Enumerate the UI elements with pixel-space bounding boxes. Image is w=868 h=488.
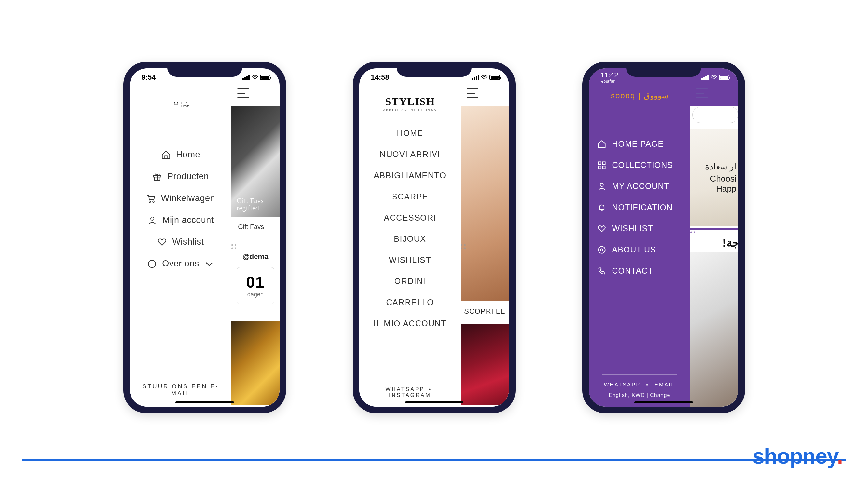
hero-overlay-text: Gift Favs regifted xyxy=(237,197,274,212)
nav-drawer: HEYLOVE Home Producten xyxy=(130,87,232,407)
hamburger-icon xyxy=(467,89,478,98)
nav-home[interactable]: HOME PAGE xyxy=(597,139,682,149)
nav-about[interactable]: ABOUT US xyxy=(597,245,682,254)
drag-handle-icon[interactable] xyxy=(461,244,466,249)
nav-cart[interactable]: Winkelwagen xyxy=(146,193,215,203)
content-peek: Gift Favs regifted Gift Favs @dema 01 da… xyxy=(231,87,279,407)
footer-instagram-link[interactable]: INSTAGRAM xyxy=(389,392,431,398)
drag-handle-icon[interactable] xyxy=(690,228,695,233)
home-indicator[interactable] xyxy=(634,401,693,403)
social-handle: @dema xyxy=(243,253,268,261)
nav-home[interactable]: Home xyxy=(161,150,200,160)
bell-icon xyxy=(597,203,606,212)
footer-whatsapp-link[interactable]: WHATSAPP xyxy=(386,387,425,392)
status-time: 14:58 xyxy=(368,73,389,82)
nav-wishlist[interactable]: Wishlist xyxy=(157,237,204,247)
svg-text:HEY: HEY xyxy=(181,101,187,105)
cart-icon xyxy=(146,194,156,203)
hero-image[interactable] xyxy=(461,106,509,301)
nav-collections[interactable]: COLLECTIONS xyxy=(597,160,682,170)
user-icon xyxy=(597,182,606,191)
nav-drawer: STYLISH ABBIGLIAMENTO DONNA HOME NUOVI A… xyxy=(359,87,461,407)
phone-mockup-3: 11:42 ◂ Safari soooq | سوووق xyxy=(582,62,745,413)
brand-name: STYLISH xyxy=(383,96,437,108)
hero-banner[interactable]: ار سعادة Choosi Happ xyxy=(690,129,738,226)
nav-label: Over ons xyxy=(162,259,199,269)
product-image[interactable] xyxy=(690,253,738,407)
locale-switcher[interactable]: English, KWD | Change xyxy=(597,392,682,398)
drag-handle-icon[interactable] xyxy=(231,244,236,249)
brand-logo: HEYLOVE xyxy=(138,100,224,110)
hero-image[interactable]: Gift Favs regifted xyxy=(231,106,279,217)
phone-icon xyxy=(597,266,606,275)
nav-label: Home xyxy=(176,150,200,160)
nav-label: COLLECTIONS xyxy=(612,160,673,170)
search-input[interactable] xyxy=(692,107,738,123)
nav-orders[interactable]: ORDINI xyxy=(395,276,426,286)
nav-notification[interactable]: NOTIFICATION xyxy=(597,203,682,212)
section-title-ar: !جة xyxy=(722,236,738,249)
battery-icon xyxy=(719,75,730,80)
svg-point-11 xyxy=(598,246,605,253)
nav-wishlist[interactable]: WISHLIST xyxy=(389,255,431,265)
svg-point-2 xyxy=(149,201,151,202)
footer-whatsapp-link[interactable]: WHATSAPP xyxy=(604,382,640,388)
product-image[interactable] xyxy=(231,321,279,405)
nav-drawer: soooq | سوووق HOME PAGE COLLECTIONS xyxy=(589,87,691,407)
hero-text-ar: ار سعادة xyxy=(705,162,736,172)
nav-accessories[interactable]: ACCESSORI xyxy=(384,213,436,223)
nav-contact[interactable]: CONTACT xyxy=(597,266,682,275)
battery-icon xyxy=(490,75,500,80)
menu-button[interactable] xyxy=(237,89,249,98)
nav-shoes[interactable]: SCARPE xyxy=(392,192,428,201)
phone-mockup-1: 9:54 HEYLOVE xyxy=(123,62,286,413)
nav-wishlist[interactable]: WISHLIST xyxy=(597,224,682,233)
signal-icon xyxy=(243,75,250,80)
footer-email-link[interactable]: EMAIL xyxy=(654,382,675,388)
nav-account[interactable]: Mijn account xyxy=(148,215,214,225)
brand-tagline: ABBIGLIAMENTO DONNA xyxy=(383,108,437,111)
nav-home[interactable]: HOME xyxy=(397,129,423,138)
phone-mockup-2: 14:58 STYLISH ABBIGLIAMENTO DONNA xyxy=(353,62,516,413)
menu-button[interactable] xyxy=(696,89,708,98)
bullet-icon: • xyxy=(646,382,649,388)
back-to-app[interactable]: ◂ Safari xyxy=(600,79,616,84)
svg-rect-6 xyxy=(598,162,601,164)
countdown-tile: 01 dagen xyxy=(237,267,274,304)
status-time: 11:42 xyxy=(600,71,618,79)
home-indicator[interactable] xyxy=(405,401,463,403)
brand-logo: soooq | سوووق xyxy=(597,91,682,100)
nav-account[interactable]: IL MIO ACCOUNT xyxy=(374,319,446,328)
nav-jewelry[interactable]: BIJOUX xyxy=(394,234,426,244)
nav-label: Mijn account xyxy=(162,215,214,225)
menu-button[interactable] xyxy=(467,89,478,98)
section-divider xyxy=(690,228,738,230)
drawer-footer: STUUR ONS EEN E-MAIL xyxy=(138,374,224,397)
nav-label: HOME PAGE xyxy=(612,139,664,149)
hero-text-en-2: Happ xyxy=(716,184,736,194)
drawer-footer: WHATSAPP • INSTAGRAM xyxy=(365,378,455,398)
nav-about[interactable]: Over ons xyxy=(147,259,214,269)
nav-cart[interactable]: CARRELLO xyxy=(386,298,434,307)
product-image[interactable] xyxy=(461,324,509,405)
home-indicator[interactable] xyxy=(176,401,234,403)
svg-text:LOVE: LOVE xyxy=(181,105,189,108)
signal-icon xyxy=(472,75,479,80)
drawer-footer: WHATSAPP • EMAIL English, KWD | Change xyxy=(597,375,682,398)
notch xyxy=(167,62,242,77)
nav-new-arrivals[interactable]: NUOVI ARRIVI xyxy=(380,150,440,159)
nav-label: WISHLIST xyxy=(612,224,653,233)
svg-rect-8 xyxy=(598,166,601,168)
nav-products[interactable]: Producten xyxy=(152,171,209,182)
nav-account[interactable]: MY ACCOUNT xyxy=(597,182,682,191)
nav-label: Winkelwagen xyxy=(161,193,215,203)
svg-point-10 xyxy=(600,183,603,186)
wifi-icon xyxy=(711,75,717,80)
hero-text-en-1: Choosi xyxy=(710,174,737,184)
footer-email-link[interactable]: STUUR ONS EEN E-MAIL xyxy=(142,383,219,397)
svg-point-4 xyxy=(151,217,154,220)
nav-clothing[interactable]: ABBIGLIAMENTO xyxy=(374,171,446,180)
footer-rule xyxy=(22,459,846,461)
brand-logo: STYLISH ABBIGLIAMENTO DONNA xyxy=(383,96,437,111)
nav-label: CONTACT xyxy=(612,266,653,275)
